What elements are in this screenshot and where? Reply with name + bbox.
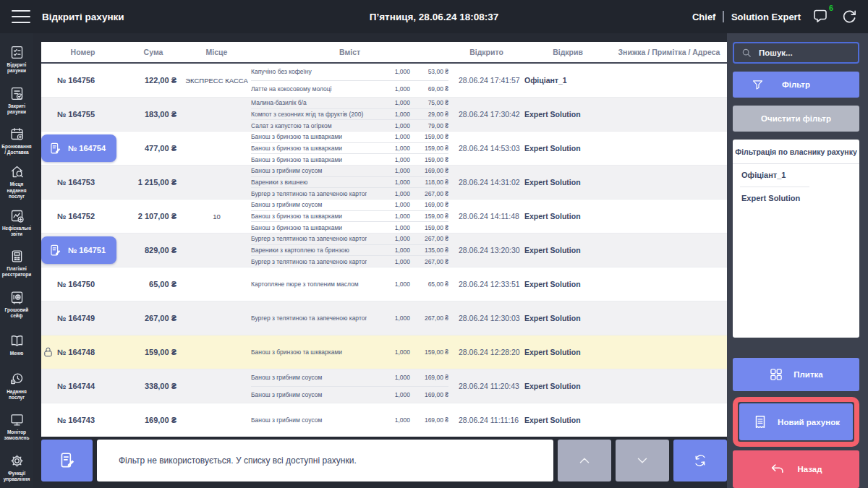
table-row[interactable]: № 164743 169,00 ₴ Банош з грибним соусом…: [41, 403, 727, 437]
owner-filter-item[interactable]: Офіціант_1: [733, 164, 859, 182]
account-place: [182, 369, 251, 403]
item-name: Банош з бринзою та шкварками: [251, 133, 367, 140]
table-row[interactable]: № 164751 829,00 ₴ Бургер з телятиною та …: [41, 234, 727, 267]
item-qty: 1,000: [370, 111, 410, 118]
item-price: 267,00 ₴: [414, 258, 448, 265]
order-item: Малина-базилік б/а 1,000 75,00 ₴: [251, 98, 448, 108]
order-item: Банош з бринзою та шкварками 1,000 159,0…: [251, 221, 448, 233]
receipt-icon: [752, 414, 768, 430]
scroll-up-button[interactable]: [558, 440, 611, 481]
order-item: Банош з грибним соусом 1,000 169,00 ₴: [251, 386, 448, 403]
user-info[interactable]: Chief Solution Expert: [692, 11, 801, 22]
new-account-highlight: Новий рахунок: [733, 397, 859, 447]
table-row[interactable]: № 164752 2 107,00 ₴ 10 Банош з грибним с…: [41, 200, 727, 234]
item-qty: 1,000: [370, 156, 410, 163]
order-item: Вареники з вишнею 1,000 118,00 ₴: [251, 176, 448, 188]
order-item: Банош з бринзою та шкварками 1,000 159,0…: [251, 142, 448, 154]
service-places-icon: [9, 164, 25, 179]
item-price: 65,00 ₴: [414, 281, 448, 288]
item-name: Банош з грибним соусом: [251, 201, 367, 208]
scroll-down-button[interactable]: [616, 440, 669, 481]
table-row[interactable]: № 164750 65,00 ₴ Картопляне пюре з топле…: [41, 267, 727, 301]
account-sum: 65,00 ₴: [124, 267, 182, 301]
item-price: 169,00 ₴: [414, 167, 448, 174]
account-number: № 164743: [57, 416, 95, 424]
account-number: № 164750: [57, 280, 95, 288]
table-row[interactable]: № 164753 1 215,00 ₴ Банош з грибним соус…: [41, 166, 727, 200]
refresh-list-button[interactable]: [673, 440, 727, 481]
account-number: № 164756: [57, 76, 95, 85]
open-accounts-icon: [9, 45, 25, 60]
filter-button[interactable]: Фільтр: [733, 72, 859, 98]
account-items: Банош з бринзою та шкварками 1,000 159,0…: [251, 335, 448, 369]
sidebar-item-orders-monitor[interactable]: Монітор замовлень: [0, 406, 33, 447]
account-sum: 477,00 ₴: [124, 132, 182, 165]
selected-account-badge[interactable]: № 164751: [41, 236, 116, 264]
opened-by: Expert Solution: [524, 369, 611, 403]
sidebar-item-open-accounts[interactable]: Відкриті рахунки: [0, 39, 33, 80]
item-price: 69,00 ₴: [414, 85, 448, 93]
selected-account-badge[interactable]: № 164754: [41, 134, 116, 162]
main-area: НомерСумаМісцеВмістВідкритоВідкривЗнижка…: [33, 33, 727, 488]
discount-note-address: [611, 403, 727, 437]
sidebar-item-payment-registrars[interactable]: Платіжні реєстратори: [0, 243, 33, 283]
item-qty: 1,000: [370, 235, 410, 242]
sidebar-item-cash-safe[interactable]: Грошовий сейф: [0, 284, 33, 325]
opened-datetime: 28.06.24 17:30:42: [448, 98, 524, 131]
footer-bar: Фільтр не використовується. У списку всі…: [41, 440, 727, 481]
account-items: Банош з грибним соусом 1,000 169,00 ₴ Ба…: [251, 369, 448, 403]
owner-filter-item[interactable]: Expert Solution: [733, 187, 859, 205]
order-item: Банош з грибним соусом 1,000 169,00 ₴: [251, 403, 448, 437]
opened-datetime: 28.06.24 11:20:43: [448, 369, 524, 403]
tiles-view-button[interactable]: Плитка: [733, 358, 859, 391]
item-price: 159,00 ₴: [414, 156, 448, 163]
item-price: 75,00 ₴: [414, 99, 448, 106]
sidebar-item-service-places[interactable]: Місця надання послуг: [0, 161, 33, 202]
account-sum: 122,00 ₴: [124, 64, 182, 97]
sidebar-item-management-functions[interactable]: Функції управління: [0, 448, 33, 488]
sidebar-item-menu-book[interactable]: Меню: [0, 325, 33, 365]
account-number: № 164753: [57, 178, 95, 187]
search-input[interactable]: [759, 48, 851, 57]
table-row[interactable]: № 164749 267,00 ₴ Бургер з телятиною та …: [41, 301, 727, 335]
discount-note-address: [611, 301, 727, 335]
sync-icon[interactable]: [840, 8, 858, 26]
opened-by: Expert Solution: [524, 98, 611, 131]
table-row[interactable]: № 164756 122,00 ₴ ЭКСПРЕСС КАССА Капучін…: [41, 64, 727, 98]
account-items: Банош з бринзою та шкварками 1,000 159,0…: [251, 132, 448, 165]
order-item: Капучіно без кофеїну 1,000 53,00 ₴: [251, 64, 448, 80]
sidebar-item-service-provision[interactable]: Надання послуг: [0, 366, 33, 406]
item-name: Банош з бринзою та шкварками: [251, 348, 367, 356]
back-button[interactable]: Назад: [733, 450, 859, 488]
tiles-icon: [769, 367, 783, 382]
opened-by: Expert Solution: [524, 301, 611, 335]
item-name: Малина-базилік б/а: [251, 99, 367, 106]
table-row[interactable]: № 164744 338,00 ₴ Банош з грибним соусом…: [41, 369, 727, 403]
sidebar-item-booking-delivery[interactable]: Бронювання / Доставка: [0, 121, 33, 161]
closed-accounts-icon: [9, 86, 25, 101]
table-row[interactable]: № 164754 477,00 ₴ Банош з бринзою та шкв…: [41, 132, 727, 166]
chat-icon[interactable]: 6: [811, 8, 830, 25]
sidebar-item-nonfiscal-reports[interactable]: Нефіскальні звіти: [0, 202, 33, 243]
edit-account-button[interactable]: [41, 440, 93, 481]
account-sum: 1 215,00 ₴: [124, 166, 182, 199]
payment-registrars-icon: [9, 249, 25, 264]
sidebar-item-closed-accounts[interactable]: Закриті рахунки: [0, 80, 33, 120]
column-header: Сума: [124, 48, 182, 56]
clear-filter-button[interactable]: Очистити фільтр: [733, 106, 859, 132]
new-account-button[interactable]: Новий рахунок: [739, 403, 853, 440]
nonfiscal-reports-icon: [9, 208, 25, 223]
account-items: Малина-базилік б/а 1,000 75,00 ₴ Компот …: [251, 98, 448, 131]
order-item: Компот з сезонних ягід та фруктів (200) …: [251, 108, 448, 120]
item-qty: 1,000: [370, 179, 410, 186]
item-name: Банош з бринзою та шкварками: [251, 145, 367, 152]
hamburger-menu-icon[interactable]: [12, 10, 30, 23]
item-qty: 1,000: [370, 314, 410, 322]
lock-icon: [43, 346, 54, 359]
table-row[interactable]: № 164755 183,00 ₴ Малина-базилік б/а 1,0…: [41, 98, 727, 132]
item-price: 169,00 ₴: [414, 391, 448, 398]
table-row[interactable]: № 164748 159,00 ₴ Банош з бринзою та шкв…: [41, 335, 727, 369]
item-price: 267,00 ₴: [414, 190, 448, 197]
account-place: [182, 234, 251, 267]
item-price: 29,00 ₴: [414, 111, 448, 118]
